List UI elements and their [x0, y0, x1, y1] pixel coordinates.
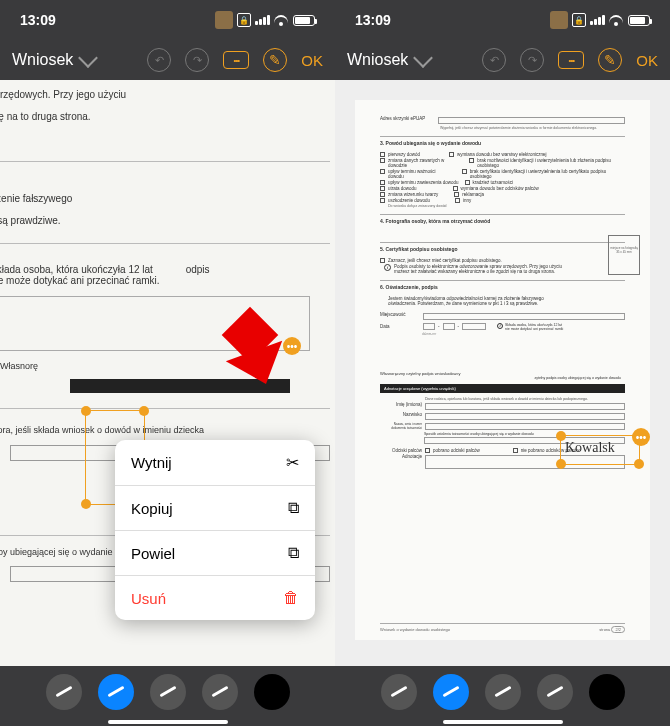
context-menu: Wytnij ✂ Kopiuj ⧉ Powiel ⧉ Usuń 🗑	[115, 440, 315, 620]
done-button[interactable]: OK	[636, 52, 658, 69]
text-line: odzi się na to druga strona.	[0, 110, 330, 124]
chevron-down-icon[interactable]	[78, 48, 98, 68]
menu-copy[interactable]: Kopiuj ⧉	[115, 486, 315, 531]
keyboard-button[interactable]	[558, 51, 584, 69]
markup-toolbar: Wniosek ↶ ↷ OK	[0, 40, 335, 80]
pen-tool-2-selected[interactable]	[433, 674, 469, 710]
keyboard-button[interactable]	[223, 51, 249, 69]
menu-label: Powiel	[131, 545, 175, 562]
wifi-icon	[274, 14, 289, 26]
app-icon	[550, 11, 568, 29]
markup-button[interactable]	[263, 48, 287, 72]
pen-tool-3[interactable]	[150, 674, 186, 710]
battery-icon	[628, 15, 650, 26]
pen-tool-4[interactable]	[537, 674, 573, 710]
undo-button[interactable]: ↶	[147, 48, 171, 72]
signature-drawing: Kowalsk	[561, 436, 639, 460]
done-button[interactable]: OK	[301, 52, 323, 69]
status-bar: 13:09 🔒	[335, 0, 670, 40]
redo-button[interactable]: ↷	[520, 48, 544, 72]
menu-label: Wytnij	[131, 454, 172, 471]
text-line: b kuratora, jeśli składa wniosek o dowód…	[0, 424, 330, 437]
text-line: praw urzędowych. Przy jego użyciu	[0, 88, 330, 102]
color-picker-black[interactable]	[589, 674, 625, 710]
menu-duplicate[interactable]: Powiel ⧉	[115, 531, 315, 576]
markup-toolbar: Wniosek ↶ ↷ OK	[335, 40, 670, 80]
pen-tool-1[interactable]	[46, 674, 82, 710]
color-picker-black[interactable]	[254, 674, 290, 710]
section-header-black: Adnotacje urzędowe (wypełnia urzędnik)	[380, 384, 625, 393]
photo-placeholder: miejsce na fotografię 35 x 45 mm	[608, 235, 640, 275]
pen-tool-2-selected[interactable]	[98, 674, 134, 710]
duplicate-icon: ⧉	[288, 544, 299, 562]
menu-label: Kopiuj	[131, 500, 173, 517]
markup-button[interactable]	[598, 48, 622, 72]
signature-selection[interactable]: Kowalsk	[560, 435, 640, 465]
trash-icon: 🗑	[283, 589, 299, 607]
document-title[interactable]: Wniosek	[347, 51, 408, 69]
phone-right: 13:09 🔒 Wniosek ↶ ↷ OK niosek Adres skrz…	[335, 0, 670, 726]
status-time: 13:09	[355, 12, 391, 28]
redo-button[interactable]: ↷	[185, 48, 209, 72]
text-line: odpis	[186, 264, 210, 275]
text-line: Własnorę	[0, 361, 38, 371]
menu-label: Usuń	[131, 590, 166, 607]
document-canvas[interactable]: niosek Adres skrzynki ePUAP Wypełnij, je…	[335, 80, 670, 666]
wifi-icon	[609, 14, 624, 26]
annotation-arrow	[220, 305, 290, 385]
phone-left: 13:09 🔒 Wniosek ↶ ↷ OK praw urzędowych. …	[0, 0, 335, 726]
undo-button[interactable]: ↶	[482, 48, 506, 72]
menu-cut[interactable]: Wytnij ✂	[115, 440, 315, 486]
scissors-icon: ✂	[286, 453, 299, 472]
chevron-down-icon[interactable]	[413, 48, 433, 68]
orientation-lock-icon: 🔒	[237, 13, 251, 27]
text-line: nie może dotykać ani przecinać ramki.	[0, 275, 160, 286]
signal-icon	[255, 15, 270, 25]
status-time: 13:09	[20, 12, 56, 28]
text-line: t 1 i 3 są prawdziwe.	[0, 214, 330, 228]
menu-delete[interactable]: Usuń 🗑	[115, 576, 315, 620]
pen-tool-3[interactable]	[485, 674, 521, 710]
text-line: za złożenie fałszywego	[0, 192, 330, 206]
copy-icon: ⧉	[288, 499, 299, 517]
pen-tool-1[interactable]	[381, 674, 417, 710]
tools-toolbar	[335, 666, 670, 718]
text-line: Składa osoba, która ukończyła 12 lat	[0, 264, 153, 275]
home-indicator[interactable]	[108, 720, 228, 724]
document-canvas[interactable]: praw urzędowych. Przy jego użyciu odzi s…	[0, 80, 335, 666]
battery-icon	[293, 15, 315, 26]
more-options-button[interactable]: •••	[632, 428, 650, 446]
home-indicator[interactable]	[443, 720, 563, 724]
status-bar: 13:09 🔒	[0, 0, 335, 40]
document-title[interactable]: Wniosek	[12, 51, 73, 69]
app-icon	[215, 11, 233, 29]
orientation-lock-icon: 🔒	[572, 13, 586, 27]
document-page: Adres skrzynki ePUAP Wypełnij, jeśli chc…	[355, 100, 650, 640]
tools-toolbar	[0, 666, 335, 718]
pen-tool-4[interactable]	[202, 674, 238, 710]
signal-icon	[590, 15, 605, 25]
